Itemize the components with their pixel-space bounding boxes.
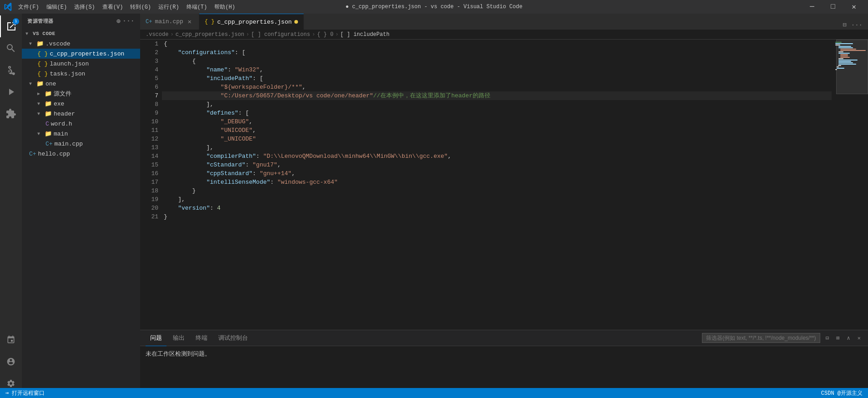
file-label: tasks.json [50, 71, 85, 77]
more-tabs-icon[interactable]: ··· [849, 20, 864, 30]
code-line-19: ], [162, 195, 832, 204]
mm-line [835, 42, 842, 43]
minimap-content [832, 40, 868, 330]
breadcrumb-include-path[interactable]: [ ] includePath [340, 31, 389, 38]
app-body: 1 [0, 14, 868, 398]
tab-close-button[interactable]: ✕ [186, 18, 193, 25]
activity-item-search[interactable] [0, 37, 22, 59]
panel-tab-problems[interactable]: 问题 [146, 330, 167, 346]
folder-label: one [45, 81, 56, 87]
ln-14: 14 [140, 152, 158, 161]
ln-19: 19 [140, 195, 158, 204]
tree-item-c-cpp-props[interactable]: { } c_cpp_properties.json [22, 49, 140, 59]
panel-filter-input[interactable] [702, 333, 820, 343]
menu-goto[interactable]: 转到(G) [126, 1, 155, 13]
tree-item-header-folder[interactable]: ▼ 📁 header [22, 109, 140, 119]
menu-edit[interactable]: 编辑(E) [43, 1, 71, 13]
file-label: hello.cpp [38, 151, 70, 157]
activity-item-run[interactable] [0, 81, 22, 103]
ln-18: 18 [140, 186, 158, 195]
ln-6: 6 [140, 83, 158, 91]
tree-item-tasks-json[interactable]: { } tasks.json [22, 69, 140, 79]
tab-main-cpp[interactable]: C+ main.cpp ✕ [140, 14, 199, 30]
activity-item-explorer[interactable]: 1 [0, 15, 22, 37]
menu-help[interactable]: 帮助(H) [211, 1, 239, 13]
breadcrumb-0[interactable]: { } 0 [317, 31, 333, 38]
sidebar: 资源管理器 ⊕ ··· ▼ VS CODE ▼ 📁 .vscode { } c_… [22, 14, 140, 398]
panel-tab-terminal[interactable]: 终端 [191, 330, 212, 346]
ln-8: 8 [140, 100, 158, 109]
panel-collapse-icon[interactable]: ∧ [845, 334, 852, 343]
menu-terminal[interactable]: 终端(T) [183, 1, 211, 13]
code-line-13: ], [162, 143, 832, 152]
more-actions-icon[interactable]: ··· [122, 17, 135, 25]
folder-label: 源文件 [54, 90, 71, 98]
code-area[interactable]: { "configurations": [ { "name": "Win32", [162, 40, 832, 330]
account-icon [6, 357, 15, 366]
menu-run[interactable]: 运行(R) [155, 1, 183, 13]
tree-item-main-cpp[interactable]: C+ main.cpp [22, 139, 140, 149]
folder-arrow-icon: ▶ [37, 91, 45, 96]
mm-line [840, 57, 850, 58]
tab-c-cpp-properties[interactable]: { } c_cpp_properties.json [199, 14, 304, 30]
status-bar: ⊸ 打开远程窗口 CSDN @开源主义 [0, 388, 868, 398]
breadcrumb-sep-3: › [312, 31, 315, 38]
tree-item-word-h[interactable]: C word.h [22, 119, 140, 129]
mm-line [840, 50, 866, 51]
breadcrumb-sep-2: › [246, 31, 249, 38]
close-button[interactable]: ✕ [843, 0, 864, 14]
status-remote-button[interactable]: ⊸ 打开远程窗口 [4, 389, 46, 397]
tree-item-launch-json[interactable]: { } launch.json [22, 59, 140, 69]
panel-filter-icon[interactable]: ⊟ [824, 334, 831, 343]
menu-file[interactable]: 文件(F) [15, 1, 43, 13]
title-bar: 文件(F) 编辑(E) 选择(S) 查看(V) 转到(G) 运行(R) 终端(T… [0, 0, 868, 14]
folder-arrow-icon: ▼ [37, 111, 45, 116]
panel-tab-output[interactable]: 输出 [168, 330, 189, 346]
editor-content[interactable]: 1 2 3 4 5 6 7 8 9 10 11 12 13 14 15 16 1 [140, 40, 832, 330]
status-csdn[interactable]: CSDN @开源主义 [819, 389, 864, 397]
folder-arrow-icon: ▼ [37, 101, 45, 106]
sidebar-header-actions: ⊕ ··· [116, 17, 135, 25]
tab-label: c_cpp_properties.json [217, 19, 292, 25]
tree-item-source-folder[interactable]: ▶ 📁 源文件 [22, 89, 140, 99]
c-header-icon: C [45, 121, 49, 127]
activity-item-extensions[interactable] [0, 103, 22, 125]
ln-4: 4 [140, 65, 158, 74]
new-file-icon[interactable]: ⊕ [116, 17, 121, 25]
run-icon [5, 86, 16, 97]
ln-3: 3 [140, 57, 158, 65]
tree-item-exe-folder[interactable]: ▼ 📁 exe [22, 99, 140, 109]
breadcrumb-vscode[interactable]: .vscode [146, 31, 168, 38]
menu-view[interactable]: 查看(V) [99, 1, 127, 13]
folder-label: .vscode [45, 40, 71, 47]
folder-icon: 📁 [36, 40, 44, 47]
file-label: main.cpp [55, 141, 83, 147]
activity-item-source-control[interactable] [0, 59, 22, 81]
ln-16: 16 [140, 169, 158, 178]
folder-arrow-icon: ▼ [29, 41, 36, 46]
panel-tab-debug-console[interactable]: 调试控制台 [214, 330, 252, 346]
panel-maximize-icon[interactable]: ⊠ [834, 334, 841, 343]
json-icon: { } [37, 71, 48, 77]
breadcrumb-configurations[interactable]: [ ] configurations [251, 31, 310, 38]
tree-item-one-folder[interactable]: ▼ 📁 one [22, 79, 140, 89]
maximize-button[interactable]: □ [823, 0, 843, 14]
folder-icon: 📁 [45, 90, 52, 97]
tree-item-hello-cpp[interactable]: C+ hello.cpp [22, 149, 140, 159]
menu-select[interactable]: 选择(S) [71, 1, 99, 13]
tree-root-vscode[interactable]: ▼ VS CODE [22, 29, 140, 39]
tree-item-vscode-folder[interactable]: ▼ 📁 .vscode [22, 39, 140, 49]
activity-item-account[interactable] [0, 351, 22, 373]
panel-close-icon[interactable]: ✕ [856, 334, 863, 343]
ln-13: 13 [140, 143, 158, 152]
tree-item-main-folder[interactable]: ▼ 📁 main [22, 129, 140, 139]
minimize-button[interactable]: ─ [802, 0, 823, 14]
code-line-14: "compilerPath": "D:\\LenovoQMDownload\\m… [162, 152, 832, 161]
breadcrumb-file[interactable]: c_cpp_properties.json [176, 31, 244, 38]
tab-icon: C+ [146, 19, 152, 25]
tab-dirty-indicator [294, 20, 298, 24]
code-line-20: "version": 4 [162, 204, 832, 212]
activity-item-remote[interactable] [0, 329, 22, 351]
editor-container: C+ main.cpp ✕ { } c_cpp_properties.json … [140, 14, 868, 398]
split-editor-icon[interactable]: ⊟ [841, 20, 848, 30]
